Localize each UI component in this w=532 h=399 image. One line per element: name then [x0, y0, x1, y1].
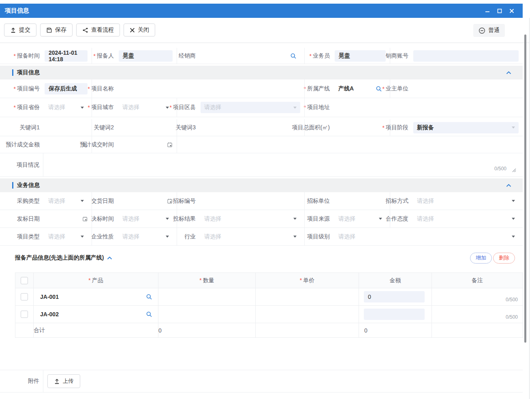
close-icon — [130, 28, 135, 33]
collapse-chevron-up-icon[interactable] — [506, 184, 511, 187]
issue-date-input[interactable] — [45, 213, 82, 225]
amount-input[interactable]: 0 — [364, 291, 425, 302]
required-mark: * — [199, 277, 201, 283]
search-icon[interactable] — [376, 86, 382, 92]
total-area-input[interactable] — [335, 122, 386, 133]
section-title: 业务信息 — [17, 182, 40, 189]
products-title: 报备产品信息(先选上面的所属产线) — [15, 254, 112, 262]
save-button[interactable]: 保存 — [40, 24, 73, 36]
maximize-icon[interactable] — [497, 8, 502, 14]
product-cell[interactable]: JA-001 — [34, 294, 158, 300]
dealer-account-input[interactable] — [413, 50, 519, 62]
owner-unit-input[interactable] — [413, 83, 519, 94]
close-window-icon[interactable] — [509, 8, 515, 14]
cooperation-select[interactable]: 请选择 — [413, 213, 519, 225]
project-level-select[interactable]: 请选择 — [335, 231, 519, 242]
bid-method-field: 请选择 — [412, 192, 523, 210]
unit-price-cell[interactable] — [256, 288, 359, 306]
stage-select[interactable]: 新报备 — [413, 122, 519, 133]
chevron-down-icon — [293, 107, 297, 109]
award-time-label: 决标时间 — [92, 215, 118, 223]
remark-cell[interactable]: 0/500 — [432, 288, 523, 305]
bid-result-select[interactable]: 请选择 — [201, 213, 300, 225]
view-flow-button[interactable]: 查看流程 — [76, 24, 120, 36]
calendar-icon[interactable] — [167, 198, 173, 204]
purchase-type-select[interactable]: 请选择 — [45, 195, 88, 207]
collapse-chevron-up-icon[interactable] — [107, 256, 112, 260]
close-button[interactable]: 关闭 — [124, 24, 155, 36]
address-input[interactable] — [335, 102, 519, 113]
product-line-field: 产线A — [333, 79, 390, 98]
keyword3-input[interactable] — [201, 122, 300, 133]
select-all-cell — [15, 273, 34, 288]
calendar-icon[interactable] — [167, 142, 173, 148]
section-accent-bar — [12, 69, 13, 76]
province-select[interactable]: 请选择 — [45, 102, 88, 113]
minimize-icon[interactable] — [485, 8, 490, 14]
amount-input[interactable] — [364, 309, 425, 320]
delivery-date-input[interactable] — [119, 195, 167, 207]
award-time-select[interactable]: 请选择 — [119, 213, 173, 225]
priority-badge[interactable]: 普通 — [473, 24, 505, 37]
required-mark: * — [14, 104, 16, 111]
vertical-scrollbar[interactable] — [524, 34, 526, 343]
search-icon[interactable] — [290, 53, 297, 59]
industry-select[interactable]: 请选择 — [201, 231, 300, 242]
required-mark: * — [14, 86, 16, 92]
keyword3-label: 关键词3 — [177, 124, 199, 131]
quantity-cell[interactable] — [158, 306, 256, 323]
bid-no-input[interactable] — [201, 195, 300, 207]
product-line-search-input[interactable]: 产线A — [335, 83, 386, 94]
delete-row-button[interactable]: 删除 — [493, 253, 515, 264]
enterprise-nature-select[interactable]: 请选择 — [119, 231, 173, 242]
keyword2-input[interactable] — [119, 122, 173, 133]
expected-time-input[interactable] — [119, 139, 167, 150]
select-all-checkbox[interactable] — [21, 277, 28, 284]
project-info-section-header: 项目信息 — [0, 66, 523, 79]
col-quantity: *数量 — [158, 273, 256, 288]
salesman-input[interactable]: 晃盖 — [335, 50, 386, 62]
situation-textarea[interactable] — [45, 159, 519, 171]
situation-field: 0/500 — [43, 153, 523, 176]
quantity-cell[interactable] — [158, 288, 256, 306]
calendar-icon[interactable] — [82, 216, 88, 222]
project-name-input[interactable] — [119, 83, 300, 94]
row-checkbox[interactable] — [21, 293, 28, 300]
form-row-bidding-1: 采购类型 请选择 交货日期 招标编号 招标单位 招标方式 请选择 — [0, 192, 523, 210]
resize-handle-icon[interactable] — [511, 167, 516, 172]
add-row-button[interactable]: 增加 — [470, 253, 492, 264]
bid-unit-input[interactable] — [335, 195, 386, 207]
unit-price-cell[interactable] — [256, 306, 359, 323]
project-no-input[interactable]: 保存后生成 — [45, 83, 88, 94]
upload-button[interactable]: 上传 — [47, 374, 80, 388]
table-row: JA-002 0/500 — [15, 306, 523, 323]
search-icon[interactable] — [146, 294, 152, 300]
stage-label: *项目阶段 — [390, 124, 412, 131]
report-time-input[interactable]: 2024-11-01 14:18 — [45, 50, 88, 62]
search-icon[interactable] — [146, 311, 152, 317]
district-select[interactable]: 请选择 — [201, 102, 300, 113]
keyword1-input[interactable] — [45, 122, 88, 133]
city-select[interactable]: 请选择 — [119, 102, 173, 113]
enterprise-nature-label: 企业性质 — [92, 233, 118, 240]
project-type-select[interactable]: 请选择 — [45, 231, 88, 242]
bid-result-label: 投标结果 — [177, 215, 199, 223]
project-source-select[interactable]: 请选择 — [335, 213, 386, 225]
product-cell[interactable]: JA-002 — [34, 311, 158, 317]
project-name-field — [118, 79, 305, 98]
project-info-dialog: 项目信息 提交 保存 查看流程 关闭 — [0, 0, 532, 399]
keyword2-label: 关键词2 — [92, 124, 118, 131]
total-amount: 0 — [359, 323, 432, 338]
row-checkbox[interactable] — [21, 311, 28, 318]
expected-amount-input[interactable] — [45, 139, 82, 150]
expected-amount-field: 元 — [43, 136, 92, 153]
bid-method-select[interactable]: 请选择 — [413, 195, 519, 207]
submit-button[interactable]: 提交 — [4, 24, 36, 36]
dealer-search-input[interactable] — [201, 50, 300, 62]
required-mark: * — [310, 53, 312, 59]
purchase-type-label: 采购类型 — [0, 197, 43, 205]
collapse-chevron-up-icon[interactable] — [506, 71, 511, 75]
reporter-input[interactable]: 晃盖 — [119, 50, 173, 62]
project-level-label: 项目级别 — [305, 233, 333, 240]
remark-cell[interactable]: 0/500 — [432, 306, 523, 323]
